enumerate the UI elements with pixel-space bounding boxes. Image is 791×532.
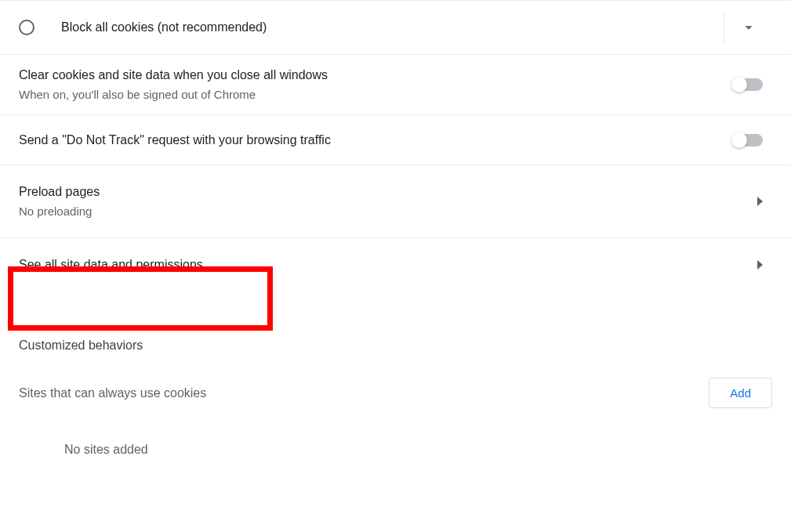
no-sites-added-text: No sites added <box>0 408 791 457</box>
add-site-button[interactable]: Add <box>709 378 772 408</box>
expand-block-all-button[interactable] <box>724 12 772 43</box>
block-all-cookies-label: Block all cookies (not recommended) <box>61 18 267 37</box>
arrow-right-icon <box>757 260 763 270</box>
do-not-track-row: Send a "Do Not Track" request with your … <box>0 115 791 165</box>
clear-cookies-on-close-row: Clear cookies and site data when you clo… <box>0 55 791 115</box>
chevron-down-icon <box>740 19 757 36</box>
do-not-track-title: Send a "Do Not Track" request with your … <box>19 131 331 150</box>
see-all-site-data-row[interactable]: See all site data and permissions <box>0 238 791 291</box>
clear-cookies-subtitle: When on, you'll also be signed out of Ch… <box>19 86 328 103</box>
block-all-radio-option[interactable]: Block all cookies (not recommended) <box>19 18 724 37</box>
preload-pages-row[interactable]: Preload pages No preloading <box>0 165 791 238</box>
toggle-knob-icon <box>731 77 747 92</box>
block-all-cookies-row[interactable]: Block all cookies (not recommended) <box>0 0 791 55</box>
clear-cookies-title: Clear cookies and site data when you clo… <box>19 66 328 85</box>
sites-always-cookies-row: Sites that can always use cookies Add <box>0 360 791 408</box>
do-not-track-toggle[interactable] <box>733 134 763 147</box>
cookies-settings-panel: Block all cookies (not recommended) Clea… <box>0 0 791 457</box>
sites-always-label: Sites that can always use cookies <box>19 386 206 400</box>
radio-unchecked-icon <box>19 20 34 35</box>
preload-subtitle: No preloading <box>19 203 100 220</box>
toggle-knob-icon <box>731 132 747 148</box>
see-all-site-data-title: See all site data and permissions <box>19 255 203 274</box>
clear-cookies-toggle[interactable] <box>733 78 763 91</box>
preload-title: Preload pages <box>19 183 100 201</box>
customized-behaviors-heading: Customized behaviors <box>0 291 791 360</box>
arrow-right-icon <box>757 197 763 206</box>
